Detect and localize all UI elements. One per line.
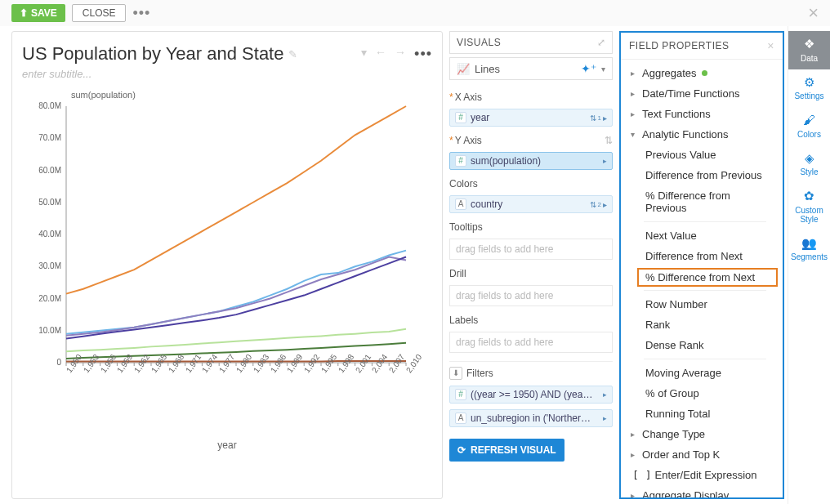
- visuals-panel: VISUALS ⤢ 📈 Lines ✦⁺ ▾ *X Axis # year ⇅1…: [449, 31, 613, 499]
- rail-style[interactable]: ◈Style: [788, 145, 830, 184]
- fieldprops-title: FIELD PROPERTIES: [629, 40, 729, 51]
- ordertopk-section[interactable]: ▸Order and Top K: [621, 444, 783, 465]
- aggdisplay-section[interactable]: ▸Aggregate Display: [621, 485, 783, 497]
- magic-wand-icon[interactable]: ✦⁺: [581, 62, 596, 75]
- tooltips-shelf-label: Tooltips: [449, 221, 483, 233]
- edit-title-icon[interactable]: ✎: [288, 48, 297, 60]
- filter-icon[interactable]: ▾: [361, 46, 367, 63]
- visuals-header: VISUALS ⤢: [449, 31, 613, 54]
- refresh-visual-button[interactable]: ⟳ REFRESH VISUAL: [449, 439, 564, 462]
- more-menu[interactable]: •••: [132, 5, 150, 22]
- text-icon: A: [455, 413, 466, 424]
- y-axis-label: sum(population): [71, 90, 136, 100]
- close-x-icon[interactable]: ×: [808, 2, 819, 24]
- hash-icon: #: [455, 112, 466, 123]
- analytic-item[interactable]: Previous Value: [621, 145, 783, 165]
- analytic-item[interactable]: % Difference from Previous: [621, 185, 783, 218]
- upload-icon: ⬆: [20, 7, 28, 19]
- analytic-item[interactable]: Row Number: [621, 294, 783, 314]
- expand-icon[interactable]: ⤢: [597, 37, 606, 48]
- drill-shelf-label: Drill: [449, 268, 466, 279]
- textfns-section[interactable]: ▸Text Functions: [621, 104, 783, 124]
- field-properties-panel: FIELD PROPERTIES × ▸Aggregates ▸Date/Tim…: [619, 31, 784, 499]
- tooltips-dropzone[interactable]: drag fields to add here: [449, 239, 613, 260]
- aggregates-section[interactable]: ▸Aggregates: [621, 63, 783, 83]
- analytic-item[interactable]: Rank: [621, 314, 783, 335]
- chart-panel: US Population by Year and State ✎ ▾ ← → …: [11, 31, 443, 499]
- visual-type-selector[interactable]: 📈 Lines ✦⁺ ▾: [449, 57, 613, 80]
- analytic-item[interactable]: Difference from Previous: [621, 165, 783, 185]
- rail-custom-style[interactable]: ✿Custom Style: [788, 183, 830, 230]
- analytic-item[interactable]: Difference from Next: [621, 246, 783, 266]
- save-button[interactable]: ⬆ SAVE: [11, 4, 65, 22]
- labels-shelf-label: Labels: [449, 314, 478, 326]
- labels-dropzone[interactable]: drag fields to add here: [449, 332, 613, 353]
- filters-header: ⬇ Filters: [449, 361, 613, 380]
- hash-icon: #: [455, 389, 466, 400]
- diamond-icon: ◈: [805, 152, 814, 166]
- brush-icon: 🖌: [803, 114, 815, 127]
- rail-settings[interactable]: ⚙Settings: [788, 69, 830, 108]
- analytic-item[interactable]: Moving Average: [621, 363, 783, 383]
- filter-pill-1[interactable]: A un_subregion in ('Norther… ▸: [449, 409, 613, 427]
- expression-item[interactable]: [ ]Enter/Edit Expression: [621, 465, 783, 485]
- yaxis-shelf-label: Y Axis: [455, 135, 482, 146]
- analytic-item[interactable]: Next Value: [621, 225, 783, 246]
- datetime-section[interactable]: ▸Date/Time Functions: [621, 83, 783, 104]
- xaxis-pill[interactable]: # year ⇅1 ▸: [449, 109, 613, 127]
- data-icon: ❖: [804, 38, 814, 51]
- save-label: SAVE: [31, 7, 57, 19]
- sort-asc-icon: ⇅1 ▸: [590, 114, 607, 123]
- close-panel-icon[interactable]: ×: [767, 39, 774, 52]
- analytic-item[interactable]: Running Total: [621, 404, 783, 424]
- gear-icon: ⚙: [804, 76, 814, 90]
- rail-segments[interactable]: 👥Segments: [788, 230, 830, 269]
- line-chart-icon: 📈: [457, 63, 470, 75]
- yaxis-pill[interactable]: # sum(population) ▸: [449, 152, 613, 170]
- sort-asc-icon: ⇅2 ▸: [590, 200, 607, 209]
- chevron-down-icon: ▾: [601, 65, 605, 74]
- back-icon[interactable]: ←: [375, 46, 386, 63]
- users-icon: 👥: [801, 237, 817, 251]
- hash-icon: #: [455, 155, 466, 167]
- close-button[interactable]: CLOSE: [72, 4, 127, 22]
- line-chart: [22, 101, 414, 379]
- filter-pill-0[interactable]: # ((year >= 1950) AND (yea… ▸: [449, 386, 613, 404]
- changetype-section[interactable]: ▸Change Type: [621, 424, 783, 444]
- colors-pill[interactable]: A country ⇅2 ▸: [449, 195, 613, 213]
- leaf-icon: ✿: [804, 190, 814, 203]
- drill-dropzone[interactable]: drag fields to add here: [449, 285, 613, 306]
- analytic-item[interactable]: % of Group: [621, 383, 783, 404]
- rail-colors[interactable]: 🖌Colors: [788, 107, 830, 145]
- chart-subtitle[interactable]: enter subtitle...: [22, 68, 432, 80]
- colors-shelf-label: Colors: [449, 178, 478, 190]
- x-axis-label: year: [22, 439, 432, 451]
- analytic-item[interactable]: % Difference from Next: [637, 268, 778, 287]
- text-icon: A: [455, 198, 466, 210]
- chevron-right-icon: ▸: [603, 157, 607, 165]
- swap-icon[interactable]: ⇅: [605, 135, 613, 146]
- analytic-section[interactable]: ▾Analytic Functions: [621, 124, 783, 145]
- chart-title[interactable]: US Population by Year and State: [22, 43, 283, 65]
- analytic-item[interactable]: Dense Rank: [621, 335, 783, 355]
- xaxis-shelf-label: X Axis: [455, 91, 482, 103]
- refresh-icon: ⟳: [457, 444, 466, 456]
- active-dot-icon: [702, 70, 707, 76]
- rail-data[interactable]: ❖Data: [788, 31, 830, 69]
- chart-menu[interactable]: •••: [414, 46, 432, 63]
- right-rail: ❖Data ⚙Settings 🖌Colors ◈Style ✿Custom S…: [788, 26, 830, 504]
- forward-icon[interactable]: →: [395, 46, 406, 63]
